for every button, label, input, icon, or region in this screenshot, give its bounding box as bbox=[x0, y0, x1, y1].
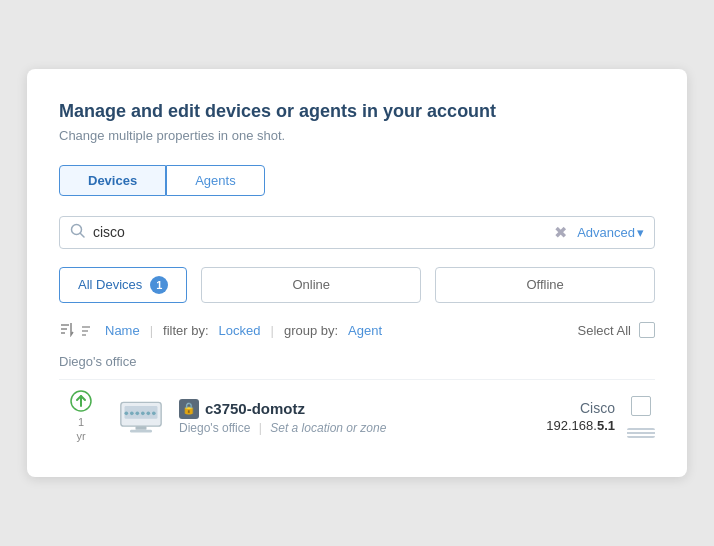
tab-devices[interactable]: Devices bbox=[59, 165, 166, 196]
device-ip: 192.168.5.1 bbox=[546, 418, 615, 433]
main-card: Manage and edit devices or agents in you… bbox=[27, 69, 687, 478]
device-checkbox[interactable] bbox=[631, 396, 651, 416]
sort-name-link[interactable]: Name bbox=[105, 323, 140, 338]
filter-by-text: filter by: bbox=[163, 323, 209, 338]
select-all-label: Select All bbox=[578, 323, 631, 338]
device-name: c3750-domotz bbox=[205, 400, 305, 417]
svg-point-16 bbox=[152, 411, 156, 415]
table-row: 1yr 🔒 c3750-domotz bbox=[59, 379, 655, 454]
device-actions bbox=[627, 396, 655, 438]
uptime-value: 1yr bbox=[76, 415, 85, 444]
svg-rect-18 bbox=[130, 429, 152, 432]
device-meta: Diego's office | Set a location or zone bbox=[179, 421, 546, 435]
group-label: Diego's office bbox=[59, 354, 655, 369]
tab-bar: Devices Agents bbox=[59, 165, 655, 196]
group-agent-link[interactable]: Agent bbox=[348, 323, 382, 338]
sort-filter-row: Name | filter by: Locked | group by: Age… bbox=[59, 321, 655, 340]
advanced-link[interactable]: Advanced ▾ bbox=[577, 225, 644, 240]
svg-point-11 bbox=[125, 411, 129, 415]
uptime-indicator: 1yr bbox=[59, 390, 103, 444]
sort-by-label bbox=[81, 322, 97, 338]
filter-offline[interactable]: Offline bbox=[435, 267, 655, 303]
device-right-info: Cisco 192.168.5.1 bbox=[546, 400, 615, 433]
svg-point-14 bbox=[141, 411, 145, 415]
select-all-checkbox[interactable] bbox=[639, 322, 655, 338]
svg-rect-17 bbox=[136, 426, 147, 430]
page-title: Manage and edit devices or agents in you… bbox=[59, 101, 655, 122]
device-brand: Cisco bbox=[546, 400, 615, 416]
filter-locked-link[interactable]: Locked bbox=[219, 323, 261, 338]
search-bar: ✖ Advanced ▾ bbox=[59, 216, 655, 249]
filter-online[interactable]: Online bbox=[201, 267, 421, 303]
sort-icon[interactable] bbox=[59, 321, 75, 340]
device-icon bbox=[115, 395, 167, 439]
svg-point-15 bbox=[147, 411, 151, 415]
uptime-arrow-icon bbox=[70, 390, 92, 415]
svg-point-13 bbox=[136, 411, 140, 415]
search-input[interactable] bbox=[93, 224, 554, 240]
svg-point-12 bbox=[130, 411, 134, 415]
tab-agents[interactable]: Agents bbox=[166, 165, 264, 196]
chevron-down-icon: ▾ bbox=[637, 225, 644, 240]
filter-bar: All Devices 1 Online Offline bbox=[59, 267, 655, 303]
drag-handle[interactable] bbox=[627, 428, 655, 438]
filter-all-devices[interactable]: All Devices 1 bbox=[59, 267, 187, 303]
clear-search-icon[interactable]: ✖ bbox=[554, 223, 567, 242]
select-all-area: Select All bbox=[578, 322, 655, 338]
search-icon bbox=[70, 223, 85, 241]
group-by-text: group by: bbox=[284, 323, 338, 338]
device-name-row: 🔒 c3750-domotz bbox=[179, 399, 546, 419]
device-info: 🔒 c3750-domotz Diego's office | Set a lo… bbox=[179, 399, 546, 435]
svg-line-1 bbox=[81, 234, 85, 238]
page-subtitle: Change multiple properties in one shot. bbox=[59, 128, 655, 143]
sort-controls: Name | filter by: Locked | group by: Age… bbox=[59, 321, 572, 340]
set-location-link[interactable]: Set a location or zone bbox=[270, 421, 386, 435]
lock-icon: 🔒 bbox=[179, 399, 199, 419]
